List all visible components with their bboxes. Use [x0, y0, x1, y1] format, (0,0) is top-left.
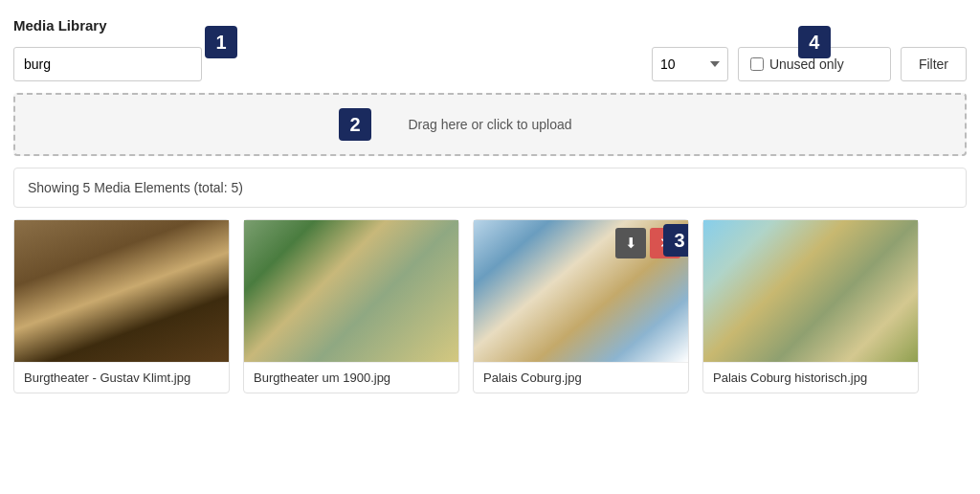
- media-filename: Palais Coburg.jpg: [474, 362, 688, 393]
- download-button[interactable]: ⬇: [615, 228, 646, 258]
- media-thumbnail: ⬇ ✕ 3: [474, 220, 688, 362]
- page-container: Media Library 1 5 10 25 50 4 Unused only…: [0, 0, 980, 407]
- media-thumbnail: [703, 220, 918, 362]
- media-filename: Palais Coburg historisch.jpg: [703, 362, 918, 393]
- filter-button[interactable]: Filter: [901, 47, 967, 81]
- badge-2: 2: [339, 108, 371, 141]
- media-item: Burgtheater - Gustav Klimt.jpg: [13, 219, 230, 393]
- toolbar: 1 5 10 25 50 4 Unused only Filter: [13, 47, 967, 81]
- media-count-text: Showing 5 Media Elements (total: 5): [28, 180, 243, 195]
- search-input[interactable]: [13, 47, 202, 81]
- media-thumbnail: [14, 220, 229, 362]
- per-page-select[interactable]: 5 10 25 50: [652, 47, 728, 81]
- badge-3: 3: [663, 224, 688, 257]
- upload-zone-wrapper: 2 Drag here or click to upload: [13, 93, 967, 156]
- unused-only-label: Unused only: [769, 56, 844, 72]
- download-icon: ⬇: [625, 235, 637, 252]
- unused-only-checkbox[interactable]: [750, 57, 764, 71]
- media-item: ⬇ ✕ 3 Palais Coburg.jpg: [473, 219, 689, 393]
- media-thumbnail: [244, 220, 458, 362]
- media-filename: Burgtheater um 1900.jpg: [244, 362, 458, 393]
- badge-4: 4: [798, 26, 831, 58]
- media-filename: Burgtheater - Gustav Klimt.jpg: [14, 362, 229, 393]
- media-item: Burgtheater um 1900.jpg: [243, 219, 459, 393]
- media-item: Palais Coburg historisch.jpg: [702, 219, 919, 393]
- media-count-bar: Showing 5 Media Elements (total: 5): [13, 168, 967, 208]
- badge-1: 1: [205, 26, 237, 58]
- media-grid: Burgtheater - Gustav Klimt.jpg Burgtheat…: [13, 219, 967, 393]
- upload-zone[interactable]: Drag here or click to upload: [13, 93, 967, 156]
- upload-zone-text: Drag here or click to upload: [408, 117, 571, 132]
